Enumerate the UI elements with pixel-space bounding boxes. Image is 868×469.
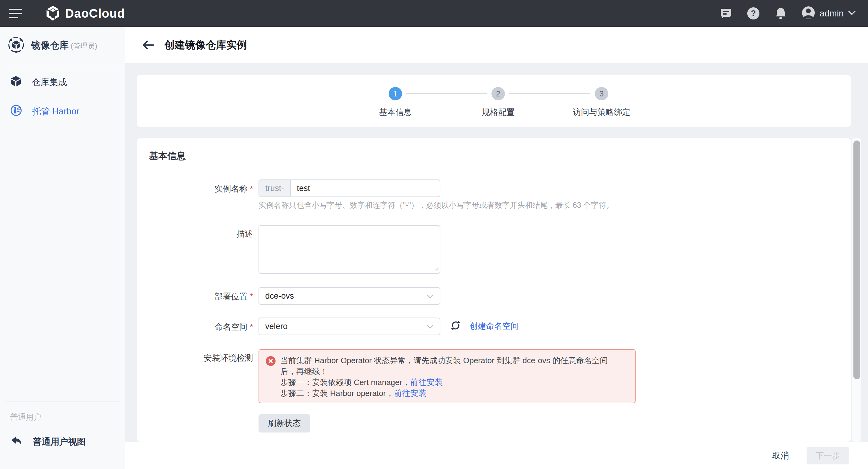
refresh-status-button[interactable]: 刷新状态: [258, 414, 310, 433]
instance-name-input-group: trust-: [258, 180, 440, 197]
step-1-label: 基本信息: [379, 107, 412, 118]
footer-action-bar: 取消 下一步: [125, 442, 868, 469]
go-install-harbor-operator-link[interactable]: 前往安装: [394, 389, 427, 398]
step-connector: [406, 93, 487, 94]
scrollbar-track[interactable]: [852, 138, 861, 442]
label-text: 实例名称: [214, 184, 247, 193]
label-text: 命名空间: [214, 322, 247, 332]
alert-step-1: 步骤一：安装依赖项 Cert manager，前往安装: [280, 377, 608, 388]
alert-step-2-text: 步骤二：安装 Harbor operator，: [280, 389, 394, 398]
step-3-circle[interactable]: 3: [595, 87, 608, 100]
deploy-location-label: 部署位置*: [137, 291, 253, 302]
deploy-location-select[interactable]: dce-ovs: [258, 287, 440, 305]
label-text: 部署位置: [214, 292, 247, 301]
back-button[interactable]: [141, 38, 155, 52]
create-namespace-link[interactable]: 创建命名空间: [470, 320, 519, 332]
stepper-card: 1 2 3 基本信息 规格配置 访问与策略绑定: [137, 75, 851, 127]
page-header: 创建镜像仓库实例: [125, 27, 868, 63]
basic-info-form-card: 基本信息 实例名称* trust- 实例名称只包含小写字母、数字和连字符（"-"…: [137, 138, 851, 442]
next-step-button[interactable]: 下一步: [807, 447, 849, 464]
hamburger-menu-icon[interactable]: [9, 7, 24, 20]
hamburger-bar: [9, 9, 22, 10]
step-3-label: 访问与策略绑定: [573, 107, 630, 118]
product-title-text: 镜像仓库: [31, 40, 69, 51]
alert-text: 当前集群 Harbor Operator 状态异常，请先成功安装 Operato…: [280, 355, 608, 398]
notifications-bell-icon[interactable]: [774, 7, 787, 20]
instance-name-helper-text: 实例名称只包含小写字母、数字和连字符（"-"），必须以小写字母或者数字开头和结尾…: [258, 200, 614, 210]
env-check-error-alert: 当前集群 Harbor Operator 状态异常，请先成功安装 Operato…: [258, 349, 636, 403]
required-asterisk: *: [250, 184, 253, 193]
go-install-cert-manager-link[interactable]: 前往安装: [410, 378, 443, 387]
chevron-down-icon: [848, 10, 856, 17]
sidebar-item-label: 托管 Harbor: [32, 105, 80, 118]
step-2-circle[interactable]: 2: [492, 87, 505, 100]
box-icon: [10, 76, 21, 89]
sidebar-divider: [6, 401, 119, 402]
step-connector: [509, 93, 590, 94]
namespace-value: velero: [265, 322, 288, 331]
hamburger-bar: [9, 13, 22, 14]
chevron-down-icon: [426, 291, 434, 301]
description-textarea[interactable]: [259, 226, 440, 273]
instance-name-input[interactable]: [291, 180, 440, 196]
help-icon[interactable]: ?: [747, 7, 760, 20]
registry-product-icon: [7, 36, 25, 55]
namespace-select[interactable]: velero: [258, 317, 440, 335]
brand-logo[interactable]: DaoCloud: [45, 5, 125, 22]
description-label: 描述: [137, 228, 253, 239]
section-title: 基本信息: [149, 150, 186, 162]
error-circle-icon: [266, 356, 276, 366]
top-navbar: DaoCloud ?: [0, 0, 868, 27]
hamburger-bar: [9, 17, 18, 18]
brand-name: DaoCloud: [65, 7, 125, 20]
instance-name-label: 实例名称*: [137, 183, 253, 194]
resize-handle[interactable]: [434, 266, 439, 272]
sidebar: 镜像仓库(管理员) 仓库集成 托管 Harbor 普通: [0, 27, 125, 469]
sidebar-item-registry-integration[interactable]: 仓库集成: [0, 68, 125, 97]
sidebar-product-header: 镜像仓库(管理员): [0, 27, 125, 64]
sidebar-item-normal-user-view[interactable]: 普通用户视图: [0, 427, 125, 457]
required-asterisk: *: [250, 292, 253, 301]
alert-step-2: 步骤二：安装 Harbor operator，前往安装: [280, 388, 608, 399]
sidebar-item-label: 仓库集成: [32, 76, 67, 89]
alert-step-1-text: 步骤一：安装依赖项 Cert manager，: [280, 378, 410, 387]
page-title: 创建镜像仓库实例: [164, 38, 247, 52]
description-textarea-wrap: [258, 225, 440, 274]
avatar: [801, 6, 815, 21]
alert-line-2: 后，再继续！: [280, 366, 608, 377]
step-1-circle[interactable]: 1: [389, 87, 402, 100]
username-label: admin: [819, 8, 844, 19]
user-menu[interactable]: admin: [801, 6, 856, 21]
help-glyph: ?: [747, 7, 760, 20]
instance-name-prefix: trust-: [259, 180, 291, 196]
daocloud-cube-icon: [45, 5, 61, 22]
alert-line-1: 当前集群 Harbor Operator 状态异常，请先成功安装 Operato…: [280, 355, 608, 366]
scrollbar-thumb[interactable]: [854, 140, 860, 379]
sidebar-bottom: 普通用户 普通用户视图: [0, 399, 125, 469]
env-check-label: 安装环境检测: [137, 352, 253, 364]
sidebar-item-hosted-harbor[interactable]: 托管 Harbor: [0, 97, 125, 126]
chevron-down-icon: [426, 322, 434, 331]
harbor-lighthouse-icon: [10, 105, 22, 118]
messages-icon[interactable]: [719, 7, 733, 20]
sidebar-section-label: 普通用户: [0, 403, 125, 427]
product-title: 镜像仓库(管理员): [31, 39, 97, 52]
product-role: (管理员): [70, 42, 97, 50]
sidebar-divider: [6, 66, 119, 66]
reply-arrow-icon: [10, 435, 23, 449]
namespace-label: 命名空间*: [137, 321, 253, 333]
cancel-button[interactable]: 取消: [772, 450, 789, 461]
sidebar-item-label: 普通用户视图: [33, 436, 86, 448]
step-2-label: 规格配置: [482, 107, 515, 118]
refresh-namespaces-icon[interactable]: [450, 319, 462, 333]
deploy-location-value: dce-ovs: [265, 291, 294, 301]
required-asterisk: *: [250, 322, 253, 332]
